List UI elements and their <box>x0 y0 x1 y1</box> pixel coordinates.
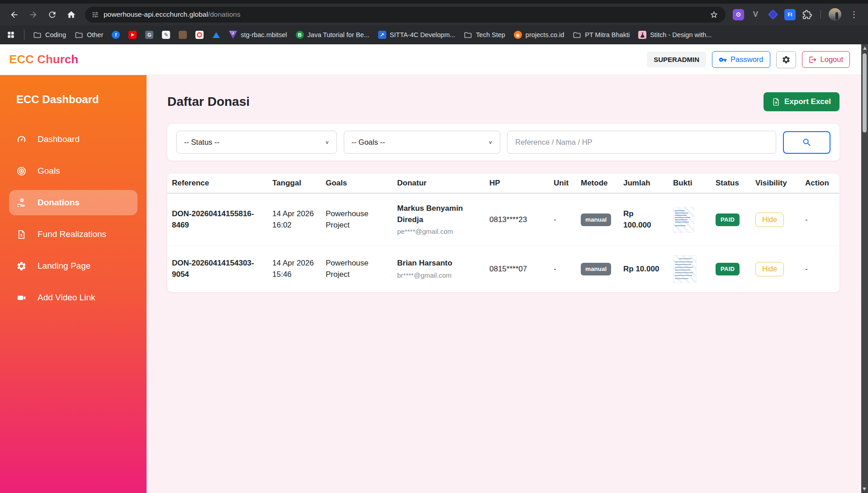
bookmark-notes[interactable]: ✎ <box>162 31 170 39</box>
extensions-puzzle-icon[interactable] <box>802 9 813 20</box>
bookmark-atlassian[interactable] <box>212 31 220 39</box>
col-goals: Goals <box>321 174 393 193</box>
home-icon[interactable] <box>62 6 80 23</box>
bookmark-photos[interactable] <box>179 31 187 39</box>
page-title: Daftar Donasi <box>167 95 250 109</box>
bookmark-stitch[interactable]: Stitch - Design with... <box>638 31 711 39</box>
sidebar-item-fund-realizations[interactable]: $ Fund Realizations <box>9 222 138 247</box>
gear-icon <box>782 55 791 64</box>
scrollbar-thumb[interactable] <box>863 53 867 133</box>
role-badge: SUPERADMIN <box>647 52 706 67</box>
filter-card: -- Status -- ∨ -- Goals -- ∨ <box>167 124 840 161</box>
extension-gear-icon[interactable]: ⚙ <box>733 9 744 20</box>
apps-grid-icon[interactable] <box>6 30 15 39</box>
cell-action: - <box>801 214 840 226</box>
browser-toolbar: powerhouse-api.eccchurch.global/donation… <box>0 4 868 25</box>
col-visibility: Visibility <box>751 174 801 193</box>
sidebar-item-landing-page[interactable]: Landing Page <box>9 253 138 279</box>
donatur-name: Markus Benyamin Diredja <box>397 203 479 225</box>
table-row: DON-20260414154303-9054 14 Apr 2026 15:4… <box>167 246 840 292</box>
logout-icon <box>809 56 817 64</box>
search-icon <box>802 137 812 147</box>
bookmark-stg-rbac[interactable]: stg-rbac.mbitsel <box>229 31 287 39</box>
cell-jumlah: Rp 10.000 <box>619 264 669 275</box>
browser-menu-icon[interactable]: ⋮ <box>847 9 861 19</box>
logout-button[interactable]: Logout <box>802 51 850 68</box>
scrollbar-up-arrow[interactable] <box>863 47 867 50</box>
app-header: ECC Church SUPERADMIN Password Logout <box>0 44 868 75</box>
sidebar-nav: Dashboard Goals $ Donations $ Fund Reali… <box>0 127 147 310</box>
cell-status: PAID <box>711 213 751 227</box>
folder-icon <box>75 31 83 39</box>
search-button[interactable] <box>783 131 830 154</box>
scrollbar-down-arrow[interactable] <box>863 488 866 491</box>
bookmark-youtube[interactable] <box>128 31 137 39</box>
col-donatur: Donatur <box>393 174 485 193</box>
sidebar-item-add-video-link[interactable]: Add Video Link <box>9 285 138 310</box>
hide-button[interactable]: Hide <box>755 262 784 276</box>
donations-table: Reference Tanggal Goals Donatur HP Unit … <box>167 174 840 292</box>
video-camera-icon <box>16 293 27 303</box>
bookmark-folder-tech-step[interactable]: Tech Step <box>464 31 505 39</box>
cell-hp: 0815****07 <box>485 264 549 275</box>
cell-donatur: Brian Harsanto br****@gmail.com <box>393 258 485 280</box>
translate-icon: G <box>145 31 153 39</box>
bookmark-folder-coding[interactable]: Coding <box>33 31 66 39</box>
bookmark-java-tutorial[interactable]: BJava Tutorial for Be... <box>296 31 370 39</box>
sidebar-item-goals[interactable]: Goals <box>9 158 138 184</box>
back-icon[interactable] <box>5 6 23 23</box>
bookmark-folder-other[interactable]: Other <box>75 31 103 39</box>
forward-icon[interactable] <box>24 6 42 23</box>
status-select[interactable]: -- Status -- ∨ <box>176 131 337 154</box>
java-b-icon: B <box>296 31 304 39</box>
export-excel-button[interactable]: Export Excel <box>764 92 840 111</box>
bookmark-star-icon[interactable] <box>706 9 722 21</box>
col-action: Action <box>801 174 840 193</box>
excel-file-icon <box>772 98 780 106</box>
sidebar-item-dashboard[interactable]: Dashboard <box>9 127 138 152</box>
cell-goals: Powerhouse Project <box>321 209 393 231</box>
extension-vue-icon[interactable]: V <box>750 9 761 20</box>
hide-button[interactable]: Hide <box>755 213 784 227</box>
cell-action: - <box>801 264 840 275</box>
bookmark-facebook[interactable]: f <box>112 31 120 39</box>
bookmark-laravel[interactable] <box>195 31 204 39</box>
sidebar-item-donations[interactable]: $ Donations <box>9 190 138 215</box>
bookmark-sitta[interactable]: ↗SITTA-4C Developm... <box>378 31 455 39</box>
status-badge: PAID <box>716 213 740 227</box>
table-row: DON-20260414155816-8469 14 Apr 2026 16:0… <box>167 194 840 246</box>
folder-icon <box>464 31 472 39</box>
vite-icon <box>229 31 237 39</box>
main-header: Daftar Donasi Export Excel <box>167 92 840 111</box>
goals-select[interactable]: -- Goals -- ∨ <box>344 131 500 154</box>
site-settings-icon[interactable] <box>91 11 99 19</box>
url-bar[interactable]: powerhouse-api.eccchurch.global/donation… <box>85 7 726 23</box>
cell-hp: 0813****23 <box>485 214 549 226</box>
search-input[interactable] <box>507 131 776 154</box>
bukti-thumbnail[interactable] <box>673 207 694 233</box>
url-path: /donations <box>208 10 241 18</box>
settings-button[interactable] <box>776 51 796 68</box>
bukti-thumbnail[interactable] <box>673 255 697 283</box>
extension-fi-icon[interactable]: FI <box>784 9 796 20</box>
cell-visibility: Hide <box>751 262 801 276</box>
bookmark-projects[interactable]: ◉projects.co.id <box>514 31 564 39</box>
cell-tanggal: 14 Apr 2026 16:02 <box>268 209 321 231</box>
bookmark-folder-pt-mitra[interactable]: PT Mitra Bhakti <box>573 31 630 39</box>
password-button[interactable]: Password <box>712 51 770 68</box>
chevron-down-icon: ∨ <box>325 140 329 145</box>
gauge-icon <box>16 134 27 145</box>
brand-logo[interactable]: ECC Church <box>9 52 78 66</box>
bookmark-translate[interactable]: G <box>145 31 153 39</box>
reload-icon[interactable] <box>43 6 61 23</box>
bookmarks-bar: Coding Other f G ✎ stg-rbac.mbitsel BJav… <box>0 25 868 44</box>
sitta-icon: ↗ <box>378 31 386 39</box>
page-scrollbar[interactable] <box>861 44 868 493</box>
cell-unit: - <box>549 264 576 275</box>
cell-metode: manual <box>576 213 619 226</box>
profile-avatar[interactable] <box>829 8 841 21</box>
cell-donatur: Markus Benyamin Diredja pe****@gmail.com <box>393 203 485 237</box>
cell-unit: - <box>549 214 576 226</box>
extension-diamond-icon[interactable] <box>767 9 778 20</box>
cell-metode: manual <box>576 263 619 275</box>
